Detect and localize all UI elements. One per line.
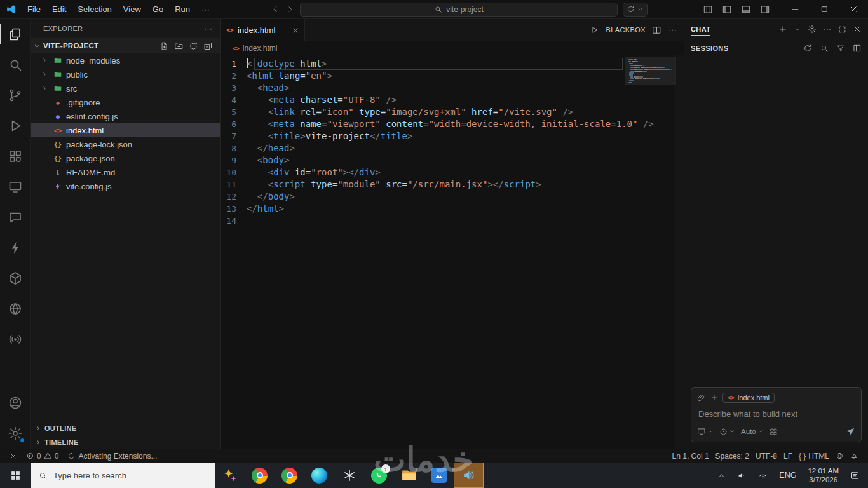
auto-selector[interactable]: Auto xyxy=(741,428,764,435)
activity-source-control-icon[interactable] xyxy=(0,80,31,111)
go-forward-icon[interactable] xyxy=(285,4,295,14)
chat-settings-icon[interactable] xyxy=(808,25,817,34)
attach-icon[interactable] xyxy=(697,393,706,402)
toggle-panel-icon[interactable] xyxy=(741,4,751,15)
activity-remote-explorer-icon[interactable] xyxy=(0,172,31,202)
code-line[interactable]: 5 <link rel="icon" type="image/svg+xml" … xyxy=(221,106,684,118)
outline-section[interactable]: OUTLINE xyxy=(31,421,220,435)
code-line[interactable]: 14 xyxy=(221,215,684,227)
new-file-icon[interactable] xyxy=(159,41,169,51)
go-back-icon[interactable] xyxy=(271,4,280,14)
menu-item-run[interactable]: Run xyxy=(169,0,196,19)
file-item-package-json[interactable]: {}package.json xyxy=(31,151,220,165)
run-icon[interactable] xyxy=(590,25,599,35)
close-panel-icon[interactable] xyxy=(853,25,862,34)
cursor-position[interactable]: Ln 1, Col 1 xyxy=(669,449,712,463)
chat-more-icon[interactable] xyxy=(823,25,832,34)
command-center-search[interactable]: vite-project xyxy=(300,3,618,17)
tab-index-html[interactable]: <> index.html xyxy=(221,19,305,41)
code-line[interactable]: 9 <body> xyxy=(221,154,684,166)
encoding[interactable]: UTF-8 xyxy=(752,449,780,463)
new-chat-icon[interactable] xyxy=(778,25,787,34)
code-line[interactable]: 12 </body> xyxy=(221,191,684,203)
collapse-folders-icon[interactable] xyxy=(203,41,213,51)
file-item-package-lock-json[interactable]: {}package-lock.json xyxy=(31,137,220,151)
code-line[interactable]: 3 <head> xyxy=(221,82,684,94)
menu-item-[interactable]: ··· xyxy=(196,0,215,19)
timeline-section[interactable]: TIMELINE xyxy=(31,435,220,449)
refresh-explorer-icon[interactable] xyxy=(189,41,198,51)
show-hidden-icons[interactable] xyxy=(713,463,730,488)
close-window-button[interactable] xyxy=(839,0,868,19)
search-sessions-icon[interactable] xyxy=(820,44,829,53)
taskbar-search[interactable]: Type here to search xyxy=(31,463,215,488)
file-item-README-md[interactable]: ℹREADME.md xyxy=(31,165,220,179)
taskbar-app-sparkle[interactable] xyxy=(215,463,245,488)
code-line[interactable]: 13</html> xyxy=(221,203,684,215)
code-line[interactable]: 7 <title>vite-project</title> xyxy=(221,130,684,142)
close-tab-icon[interactable] xyxy=(292,27,299,34)
file-item-src[interactable]: src xyxy=(31,81,220,95)
code-line[interactable]: 4 <meta charset="UTF-8" /> xyxy=(221,94,684,106)
taskbar-app-chatgpt[interactable] xyxy=(334,463,364,488)
action-center-icon[interactable] xyxy=(846,463,864,488)
toggle-sidebar-icon[interactable] xyxy=(722,4,732,15)
blackbox-run-label[interactable]: BLACKBOX xyxy=(606,26,646,34)
activity-broadcast-icon[interactable] xyxy=(0,324,31,355)
editor-scrollbar[interactable] xyxy=(675,55,684,449)
eol-indicator[interactable]: LF xyxy=(780,449,796,463)
taskbar-app-whatsapp[interactable]: 1 xyxy=(364,463,394,488)
send-message-icon[interactable] xyxy=(845,426,855,437)
chat-tab[interactable]: CHAT xyxy=(691,25,710,36)
activity-thunder-client-icon[interactable] xyxy=(0,233,31,263)
volume-icon[interactable] xyxy=(733,463,751,488)
project-root-row[interactable]: VITE-PROJECT xyxy=(31,38,220,53)
activity-explorer-icon[interactable] xyxy=(0,19,31,50)
chat-input-placeholder[interactable]: Describe what to build next xyxy=(698,409,854,419)
file-item-index-html[interactable]: <>index.html xyxy=(31,123,220,137)
minimap-slider[interactable] xyxy=(625,57,676,85)
code-line[interactable]: 6 <meta name="viewport" content="width=d… xyxy=(221,118,684,130)
start-button[interactable] xyxy=(0,463,31,488)
activity-python-icon[interactable] xyxy=(0,294,31,324)
explorer-more-icon[interactable] xyxy=(203,24,213,34)
activity-containers-icon[interactable] xyxy=(0,263,31,294)
menu-item-view[interactable]: View xyxy=(118,0,147,19)
refresh-sessions-icon[interactable] xyxy=(803,44,812,53)
menu-item-edit[interactable]: Edit xyxy=(46,0,72,19)
clock[interactable]: 12:01 AM 3/7/2026 xyxy=(803,463,843,488)
activity-extensions-icon[interactable] xyxy=(0,141,31,172)
minimize-button[interactable] xyxy=(780,0,810,19)
taskbar-app-photos[interactable] xyxy=(424,463,454,488)
ports-globe-icon[interactable] xyxy=(832,449,847,463)
filter-sessions-icon[interactable] xyxy=(836,44,845,53)
taskbar-app-edge[interactable] xyxy=(304,463,334,488)
maximize-button[interactable] xyxy=(810,0,839,19)
indentation[interactable]: Spaces: 2 xyxy=(712,449,752,463)
taskbar-app-speaker[interactable] xyxy=(454,463,484,488)
chat-input-box[interactable]: <> index.html Describe what to build nex… xyxy=(691,387,862,442)
taskbar-app-chrome[interactable] xyxy=(275,463,304,488)
model-selector[interactable] xyxy=(697,427,714,436)
code-line[interactable]: 8 </head> xyxy=(221,142,684,154)
language-mode[interactable]: { } HTML xyxy=(796,449,832,463)
add-context-icon[interactable] xyxy=(710,394,718,402)
language-indicator[interactable]: ENG xyxy=(775,463,801,488)
activity-settings-icon[interactable] xyxy=(0,418,31,449)
code-line[interactable]: 1<!doctype html> xyxy=(221,58,684,70)
expand-panel-icon[interactable] xyxy=(838,25,846,34)
breadcrumb[interactable]: <> index.html xyxy=(221,41,684,55)
activity-run-debug-icon[interactable] xyxy=(0,111,31,141)
activity-chat-icon[interactable] xyxy=(0,202,31,233)
menu-item-file[interactable]: File xyxy=(22,0,46,19)
taskbar-app-chrome[interactable] xyxy=(245,463,275,488)
code-line[interactable]: 2<html lang="en"> xyxy=(221,70,684,82)
file-item-node-modules[interactable]: node_modules xyxy=(31,53,220,67)
minimap[interactable] xyxy=(628,55,675,449)
menu-item-selection[interactable]: Selection xyxy=(72,0,117,19)
activity-search-icon[interactable] xyxy=(0,50,31,80)
problems-indicator[interactable]: 0 0 xyxy=(23,449,62,463)
network-icon[interactable] xyxy=(754,463,772,488)
taskbar-app-files[interactable] xyxy=(394,463,424,488)
code-line[interactable]: 10 <div id="root"></div> xyxy=(221,166,684,179)
